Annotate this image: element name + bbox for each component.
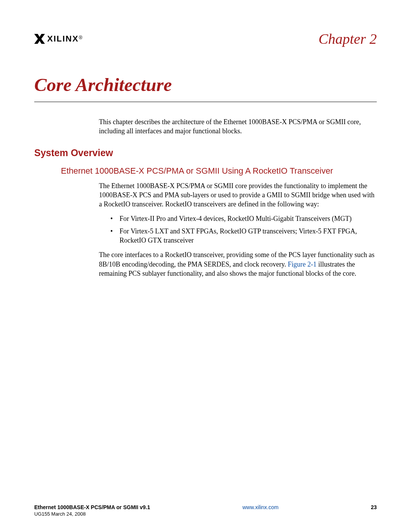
list-item-text: For Virtex-II Pro and Virtex-4 devices, … — [119, 214, 352, 223]
logo-text: XILINX® — [47, 34, 83, 44]
page-title: Core Architecture — [34, 74, 377, 96]
list-item-text: For Virtex-5 LXT and SXT FPGAs, RocketIO… — [119, 227, 377, 245]
page-footer: Ethernet 1000BASE-X PCS/PMA or SGMII v9.… — [34, 504, 377, 517]
xilinx-logo-icon — [34, 34, 45, 44]
bullet-icon: • — [110, 214, 114, 223]
bullet-list: • For Virtex-II Pro and Virtex-4 devices… — [110, 214, 377, 245]
body-paragraph-1: The Ethernet 1000BASE-X PCS/PMA or SGMII… — [99, 181, 377, 209]
body-paragraph-2: The core interfaces to a RocketIO transc… — [99, 250, 377, 278]
title-divider — [34, 102, 377, 102]
footer-doc-title: Ethernet 1000BASE-X PCS/PMA or SGMII v9.… — [34, 504, 150, 510]
svg-marker-0 — [34, 34, 45, 44]
footer-doc-id: UG155 March 24, 2008 — [34, 511, 377, 517]
figure-reference-link[interactable]: Figure 2-1 — [288, 260, 317, 268]
bullet-icon: • — [110, 227, 114, 245]
xilinx-logo: XILINX® — [34, 34, 83, 44]
footer-link[interactable]: www.xilinx.com — [242, 504, 279, 510]
chapter-label: Chapter 2 — [319, 30, 377, 47]
intro-paragraph: This chapter describes the architecture … — [99, 117, 377, 136]
footer-page-number: 23 — [371, 504, 377, 510]
list-item: • For Virtex-5 LXT and SXT FPGAs, Rocket… — [110, 227, 377, 245]
page-header: XILINX® Chapter 2 — [34, 30, 377, 47]
subsection-heading: Ethernet 1000BASE-X PCS/PMA or SGMII Usi… — [61, 166, 377, 176]
list-item: • For Virtex-II Pro and Virtex-4 devices… — [110, 214, 377, 223]
section-heading: System Overview — [34, 147, 377, 158]
